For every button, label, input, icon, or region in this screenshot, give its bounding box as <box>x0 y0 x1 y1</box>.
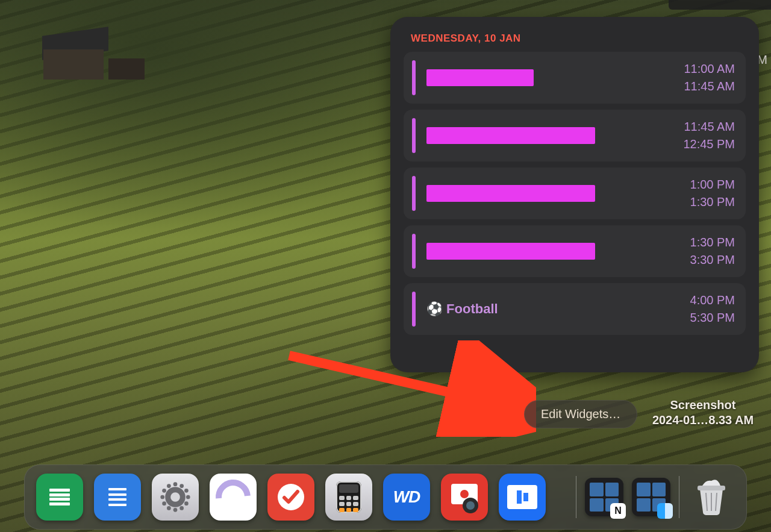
dock-window-thumb-finder[interactable] <box>632 478 670 516</box>
dock-app-system-settings[interactable] <box>152 474 199 521</box>
file-label-line2: 2024-01…8.33 AM <box>640 413 766 428</box>
finder-icon <box>657 503 673 519</box>
event-color-bar <box>412 60 416 95</box>
svg-point-11 <box>173 482 178 486</box>
svg-point-10 <box>167 484 171 488</box>
notion-icon: N <box>610 503 626 519</box>
dock-app-google-sheets[interactable] <box>36 474 83 521</box>
desktop-file-screenshot[interactable]: Screenshot 2024-01…8.33 AM <box>640 398 766 428</box>
event-title <box>426 69 684 86</box>
svg-rect-20 <box>698 486 725 490</box>
menubar-fragment <box>669 0 771 10</box>
dock-app-calculator[interactable] <box>325 474 372 521</box>
event-times: 4:00 PM5:30 PM <box>690 292 735 327</box>
file-label-line1: Screenshot <box>640 398 766 413</box>
event-color-bar <box>412 234 416 269</box>
calendar-event[interactable]: 1:00 PM1:30 PM <box>404 167 746 219</box>
svg-point-8 <box>160 495 164 499</box>
svg-point-9 <box>162 489 166 493</box>
svg-point-14 <box>170 492 180 502</box>
event-title: ⚽ Football <box>426 301 690 317</box>
event-end-time: 3:30 PM <box>690 251 735 269</box>
event-end-time: 1:30 PM <box>690 193 735 211</box>
event-color-bar <box>412 118 416 153</box>
event-start-time: 1:00 PM <box>690 176 735 193</box>
redaction-block <box>426 69 534 86</box>
calendar-event[interactable]: 11:45 AM12:45 PM <box>404 110 746 161</box>
svg-point-3 <box>184 501 189 505</box>
event-start-time: 1:30 PM <box>690 234 735 251</box>
event-color-bar <box>412 176 416 211</box>
dock-trash[interactable] <box>688 474 735 521</box>
svg-point-19 <box>466 501 475 510</box>
event-start-time: 4:00 PM <box>690 292 735 309</box>
event-end-time: 12:45 PM <box>683 136 735 153</box>
svg-point-6 <box>167 506 171 510</box>
event-title <box>426 185 690 202</box>
dock-app-wd-discovery[interactable]: WD <box>383 474 430 521</box>
event-times: 11:00 AM11:45 AM <box>684 60 735 95</box>
event-title-text: ⚽ Football <box>426 301 498 317</box>
svg-point-13 <box>184 489 189 493</box>
svg-point-7 <box>162 501 166 505</box>
event-start-time: 11:45 AM <box>683 118 735 136</box>
dock-separator <box>576 476 576 518</box>
svg-point-4 <box>179 506 184 510</box>
dock-app-todoist[interactable] <box>267 474 314 521</box>
svg-point-12 <box>179 484 184 488</box>
dock-separator <box>679 476 679 518</box>
edit-widgets-button[interactable]: Edit Widgets… <box>524 400 637 428</box>
event-title <box>426 243 690 260</box>
event-start-time: 11:00 AM <box>684 60 735 78</box>
dock-app-keynote[interactable] <box>499 474 546 521</box>
redaction-block <box>426 243 595 260</box>
event-times: 1:00 PM1:30 PM <box>690 176 735 211</box>
dock-app-google-docs[interactable] <box>94 474 141 521</box>
calendar-event[interactable]: 11:00 AM11:45 AM <box>404 52 746 104</box>
svg-point-2 <box>186 495 190 499</box>
event-times: 11:45 AM12:45 PM <box>683 118 735 153</box>
event-times: 1:30 PM3:30 PM <box>690 234 735 269</box>
event-color-bar <box>412 292 416 327</box>
widget-date-header: WEDNESDAY, 10 JAN <box>411 33 743 45</box>
calendar-event[interactable]: ⚽ Football4:00 PM5:30 PM <box>404 283 746 335</box>
dock-window-thumb-notion[interactable]: N <box>585 478 623 516</box>
redaction-block <box>426 127 595 144</box>
event-title <box>426 127 683 144</box>
svg-point-17 <box>460 490 469 498</box>
event-end-time: 11:45 AM <box>684 78 735 95</box>
wallpaper-house <box>36 25 151 83</box>
svg-point-5 <box>173 508 178 512</box>
dock-app-bittorrent[interactable] <box>210 474 257 521</box>
event-end-time: 5:30 PM <box>690 309 735 327</box>
dock: WD N <box>24 465 747 530</box>
dock-app-photo-booth[interactable] <box>441 474 488 521</box>
calendar-event[interactable]: 1:30 PM3:30 PM <box>404 225 746 277</box>
calendar-widget[interactable]: WEDNESDAY, 10 JAN 11:00 AM11:45 AM11:45 … <box>390 17 759 372</box>
redaction-block <box>426 185 595 202</box>
